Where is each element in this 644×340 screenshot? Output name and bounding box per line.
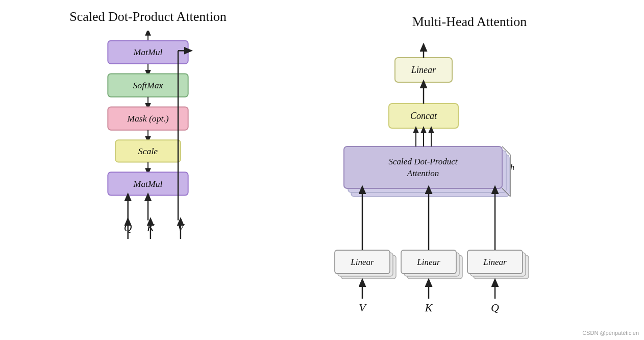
left-title: Scaled Dot-Product Attention (69, 9, 227, 25)
svg-text:Scale: Scale (138, 146, 158, 156)
svg-text:K: K (146, 222, 155, 234)
svg-rect-10 (115, 140, 181, 162)
svg-text:K: K (425, 301, 433, 314)
svg-text:Q: Q (491, 301, 499, 314)
svg-text:Concat: Concat (410, 111, 437, 121)
svg-rect-27 (344, 147, 502, 188)
svg-text:SoftMax: SoftMax (133, 80, 163, 90)
svg-text:MatMul: MatMul (133, 47, 163, 57)
svg-text:Linear: Linear (350, 257, 374, 267)
left-diagram: Scaled Dot-Product Attention MatMul Soft… (0, 0, 296, 340)
svg-rect-1 (108, 41, 188, 64)
main-container: Scaled Dot-Product Attention MatMul Soft… (0, 0, 644, 340)
svg-rect-7 (108, 107, 188, 130)
svg-text:Q: Q (124, 222, 132, 234)
svg-text:Attention: Attention (407, 168, 439, 178)
svg-rect-13 (108, 172, 188, 195)
left-diagram-svg: MatMul SoftMax Mask (opt.) Scale MatMul (71, 31, 225, 327)
svg-text:Scaled Dot-Product: Scaled Dot-Product (389, 157, 458, 166)
right-diagram: Multi-Head Attention Scaled Dot-Product … (296, 0, 643, 340)
watermark: CSDN @péripatéticien (582, 330, 639, 336)
svg-text:Mask (opt.): Mask (opt.) (127, 113, 169, 124)
svg-text:V: V (359, 301, 367, 314)
svg-rect-4 (108, 74, 188, 97)
svg-text:h: h (510, 163, 514, 172)
svg-text:Linear: Linear (411, 65, 436, 75)
svg-text:MatMul: MatMul (133, 179, 163, 189)
svg-text:Linear: Linear (483, 257, 507, 267)
right-title: Multi-Head Attention (412, 14, 527, 30)
right-diagram-svg: Scaled Dot-Product Attention h Linear Li… (306, 28, 633, 334)
svg-text:V: V (177, 222, 185, 234)
svg-text:Linear: Linear (416, 257, 440, 267)
